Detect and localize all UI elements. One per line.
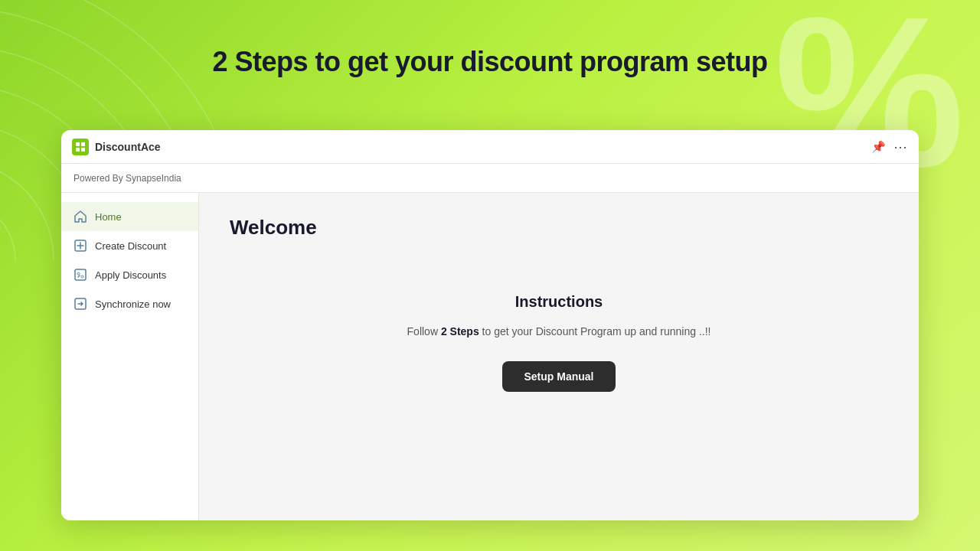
more-options-icon[interactable]: ⋯ xyxy=(893,139,908,155)
svg-point-16 xyxy=(81,276,83,278)
sidebar-home-label: Home xyxy=(95,211,122,223)
sidebar-create-discount-label: Create Discount xyxy=(95,240,166,252)
svg-rect-14 xyxy=(75,269,86,280)
svg-point-0 xyxy=(0,199,15,260)
svg-rect-10 xyxy=(81,148,85,152)
svg-point-1 xyxy=(0,161,54,260)
instructions-heading: Instructions xyxy=(245,293,873,311)
apply-discounts-icon xyxy=(74,268,87,282)
create-discount-icon xyxy=(74,239,87,253)
svg-rect-9 xyxy=(76,148,80,152)
page-headline: 2 Steps to get your discount program set… xyxy=(0,46,980,78)
svg-rect-7 xyxy=(76,142,80,146)
welcome-title: Welcome xyxy=(230,216,888,240)
content-area: Welcome Instructions Follow 2 Steps to g… xyxy=(199,193,919,520)
main-content: Home Create Discount xyxy=(61,193,919,520)
instructions-bold: 2 Steps xyxy=(441,325,479,337)
sidebar-item-home[interactable]: Home xyxy=(61,202,198,231)
powered-by-text: Powered By SynapseIndia xyxy=(74,173,181,184)
instructions-card: Instructions Follow 2 Steps to get your … xyxy=(230,270,888,415)
sidebar: Home Create Discount xyxy=(61,193,199,520)
instructions-text-after: to get your Discount Program up and runn… xyxy=(479,325,711,337)
sidebar-synchronize-label: Synchronize now xyxy=(95,298,171,310)
instructions-body: Follow 2 Steps to get your Discount Prog… xyxy=(245,323,873,340)
sidebar-item-synchronize-now[interactable]: Synchronize now xyxy=(61,289,198,318)
synchronize-icon xyxy=(74,297,87,311)
headline-text: 2 Steps to get your discount program set… xyxy=(0,46,980,78)
sidebar-apply-discounts-label: Apply Discounts xyxy=(95,269,166,281)
app-window: DiscountAce 📌 ⋯ Powered By SynapseIndia … xyxy=(61,130,919,520)
powered-bar: Powered By SynapseIndia xyxy=(61,164,919,193)
title-bar-actions: 📌 ⋯ xyxy=(871,139,908,155)
app-name-label: DiscountAce xyxy=(95,141,871,153)
home-icon xyxy=(74,210,87,223)
sidebar-item-apply-discounts[interactable]: Apply Discounts xyxy=(61,260,198,289)
app-logo xyxy=(72,139,89,155)
pin-icon[interactable]: 📌 xyxy=(871,140,886,154)
instructions-text-before: Follow xyxy=(407,325,441,337)
setup-manual-button[interactable]: Setup Manual xyxy=(502,361,615,392)
title-bar: DiscountAce 📌 ⋯ xyxy=(61,130,919,164)
svg-rect-8 xyxy=(81,142,85,146)
sidebar-item-create-discount[interactable]: Create Discount xyxy=(61,231,198,260)
svg-point-15 xyxy=(77,272,80,275)
